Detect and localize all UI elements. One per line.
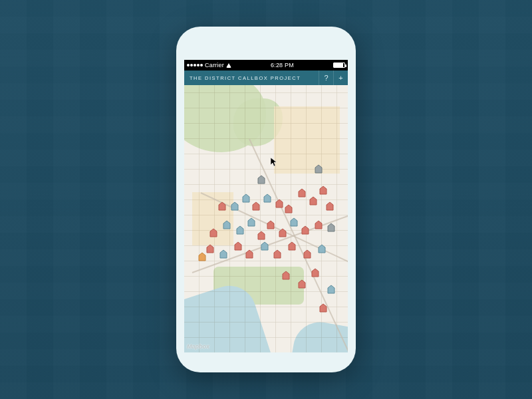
map-marker-red[interactable] bbox=[282, 271, 290, 280]
map-street-grid bbox=[184, 85, 348, 352]
map-marker-red[interactable] bbox=[303, 249, 311, 259]
map-marker-blue[interactable] bbox=[290, 217, 298, 227]
map-marker-red[interactable] bbox=[234, 241, 242, 251]
map-marker-orange[interactable] bbox=[198, 252, 206, 261]
map-marker-red[interactable] bbox=[206, 244, 214, 253]
phone-device-frame: Carrier 6:28 PM THE DISTRICT CALLBOX PRO… bbox=[176, 27, 356, 372]
phone-screen: Carrier 6:28 PM THE DISTRICT CALLBOX PRO… bbox=[184, 60, 348, 352]
map-marker-red[interactable] bbox=[279, 228, 287, 237]
map-marker-red[interactable] bbox=[298, 188, 306, 198]
add-button[interactable]: + bbox=[333, 70, 348, 85]
map-marker-red[interactable] bbox=[273, 249, 281, 259]
battery-icon bbox=[333, 63, 345, 68]
ios-status-bar: Carrier 6:28 PM bbox=[184, 60, 348, 70]
map-marker-red[interactable] bbox=[309, 196, 317, 205]
map-marker-blue[interactable] bbox=[261, 241, 269, 251]
map-marker-blue[interactable] bbox=[318, 244, 326, 253]
map-marker-red[interactable] bbox=[209, 228, 217, 237]
map-marker-red[interactable] bbox=[267, 220, 275, 229]
map-marker-red[interactable] bbox=[326, 201, 334, 211]
map-marker-blue[interactable] bbox=[242, 194, 250, 203]
map-marker-gray[interactable] bbox=[315, 164, 323, 174]
map-marker-blue[interactable] bbox=[223, 220, 231, 229]
map-marker-red[interactable] bbox=[285, 204, 293, 213]
map-marker-red[interactable] bbox=[245, 249, 253, 259]
help-button[interactable]: ? bbox=[319, 70, 333, 85]
map-attribution: Mapbox bbox=[187, 343, 209, 350]
map-marker-blue[interactable] bbox=[231, 201, 239, 211]
map-marker-blue[interactable] bbox=[247, 217, 255, 227]
map-marker-red[interactable] bbox=[288, 241, 296, 251]
clock: 6:28 PM bbox=[271, 62, 294, 68]
map-marker-gray[interactable] bbox=[327, 223, 335, 232]
map-marker-blue[interactable] bbox=[263, 194, 271, 203]
carrier-label: Carrier bbox=[205, 62, 224, 68]
map-marker-red[interactable] bbox=[319, 303, 327, 313]
map-marker-gray[interactable] bbox=[257, 175, 265, 184]
map-marker-red[interactable] bbox=[275, 199, 283, 208]
map-marker-red[interactable] bbox=[252, 201, 260, 211]
map-marker-red[interactable] bbox=[319, 186, 327, 195]
map-marker-red[interactable] bbox=[311, 268, 319, 277]
map-marker-blue[interactable] bbox=[219, 249, 227, 259]
map-marker-red[interactable] bbox=[218, 201, 226, 211]
map-marker-red[interactable] bbox=[298, 279, 306, 289]
map-marker-red[interactable] bbox=[315, 220, 323, 229]
map-view[interactable]: Mapbox bbox=[184, 85, 348, 352]
map-marker-red[interactable] bbox=[257, 231, 265, 240]
app-header: THE DISTRICT CALLBOX PROJECT ? + bbox=[184, 70, 348, 85]
map-marker-blue[interactable] bbox=[327, 285, 335, 294]
wifi-icon bbox=[226, 63, 231, 68]
app-title: THE DISTRICT CALLBOX PROJECT bbox=[184, 70, 319, 85]
map-marker-red[interactable] bbox=[301, 225, 309, 235]
map-marker-blue[interactable] bbox=[236, 225, 244, 235]
signal-strength-icon bbox=[187, 64, 203, 66]
